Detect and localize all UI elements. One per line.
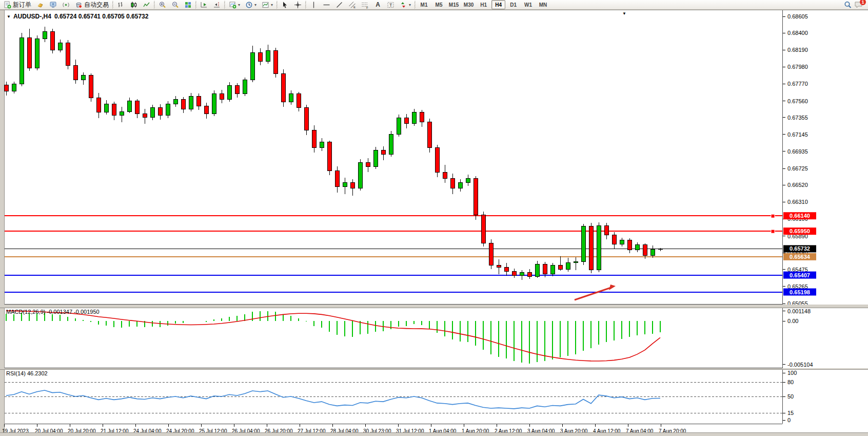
timeframe-button-m30[interactable]: M30: [462, 0, 476, 9]
main-toolbar: 新订单 自动交易 ▾ ▾ ▾ E F A T ▾ M1M5M15M30H1H4D…: [0, 0, 868, 10]
text-label-tool-button[interactable]: T: [384, 0, 397, 10]
new-order-button[interactable]: 新订单: [1, 0, 34, 10]
toolbar-separator: [277, 1, 278, 9]
auto-trading-button[interactable]: 自动交易: [72, 0, 111, 10]
svg-text:0.66520: 0.66520: [787, 182, 808, 188]
svg-text:0.68605: 0.68605: [787, 13, 808, 20]
notifications-button[interactable]: 1: [855, 1, 863, 8]
line-chart-icon: [143, 1, 150, 9]
timeframe-group: M1M5M15M30H1H4D1W1MN: [417, 0, 550, 9]
svg-text:100: 100: [787, 370, 797, 376]
toolbar-separator: [415, 1, 416, 9]
vertical-line-tool-button[interactable]: [307, 0, 320, 10]
signal-icon: [62, 1, 70, 9]
search-icon[interactable]: [844, 1, 852, 9]
timeframe-button-m15[interactable]: M15: [447, 0, 461, 9]
svg-text:0.66310: 0.66310: [787, 199, 808, 205]
timeframe-button-m1[interactable]: M1: [417, 0, 431, 9]
chart-menu-caret-icon: ▼: [7, 14, 11, 19]
auto-scroll-icon: [200, 1, 208, 9]
candlestick-chart-button[interactable]: [127, 0, 140, 10]
cursor-tool-button[interactable]: [279, 0, 291, 10]
toolbar-separator: [224, 1, 225, 9]
svg-text:0.67560: 0.67560: [787, 98, 808, 104]
monitor-icon: [49, 1, 57, 9]
dropdown-caret: ▾: [271, 3, 273, 7]
timeframe-button-d1[interactable]: D1: [506, 0, 520, 9]
dropdown-caret: ▾: [254, 3, 257, 7]
clock-icon: [245, 1, 253, 9]
market-watch-button[interactable]: [34, 0, 47, 10]
indicators-button[interactable]: ▾: [226, 0, 243, 10]
templates-button[interactable]: ▾: [259, 0, 275, 10]
signals-button[interactable]: [60, 0, 72, 10]
svg-text:0.65950: 0.65950: [790, 228, 810, 234]
svg-text:0.67355: 0.67355: [787, 115, 808, 121]
zoom-in-button[interactable]: [156, 0, 169, 10]
svg-text:0.65407: 0.65407: [790, 272, 810, 278]
timeframe-button-w1[interactable]: W1: [521, 0, 535, 9]
trendline-icon: [336, 1, 343, 9]
timeframe-button-h1[interactable]: H1: [477, 0, 490, 9]
equidistant-channel-icon: E: [348, 1, 356, 9]
svg-text:0.66935: 0.66935: [787, 148, 808, 155]
tile-windows-icon: [184, 1, 192, 9]
text-label-icon: T: [387, 1, 394, 9]
zoom-out-icon: [171, 1, 179, 9]
svg-text:0.66725: 0.66725: [787, 165, 808, 172]
indicators-add-icon: [229, 1, 236, 9]
svg-text:0.65634: 0.65634: [790, 254, 811, 260]
svg-text:50: 50: [787, 393, 794, 400]
dropdown-caret: ▾: [238, 3, 240, 7]
auto-scroll-button[interactable]: [198, 0, 210, 10]
text-tool-button[interactable]: A: [371, 0, 384, 10]
zoom-out-button[interactable]: [169, 0, 182, 10]
trendline-tool-button[interactable]: [333, 0, 346, 10]
new-order-label: 新订单: [13, 1, 31, 9]
crosshair-tool-button[interactable]: [291, 0, 304, 10]
svg-text:F: F: [366, 6, 368, 9]
fibonacci-icon: F: [361, 1, 369, 9]
svg-text:0.65198: 0.65198: [790, 289, 810, 295]
timeframe-button-m5[interactable]: M5: [432, 0, 446, 9]
zoom-in-icon: [159, 1, 166, 9]
fibonacci-tool-button[interactable]: F: [359, 0, 371, 10]
accounts-button[interactable]: [47, 0, 60, 10]
svg-text:0.67980: 0.67980: [787, 64, 808, 70]
horizontal-line-tool-button[interactable]: [320, 0, 333, 10]
horizontal-line-icon: [323, 1, 330, 9]
svg-text:0.001148: 0.001148: [787, 308, 811, 314]
bar-chart-button[interactable]: [114, 0, 127, 10]
chart-canvas[interactable]: 0.686050.684000.681900.679800.677700.675…: [0, 10, 868, 436]
svg-text:0.68400: 0.68400: [787, 30, 808, 36]
tile-windows-button[interactable]: [182, 0, 194, 10]
gold-icon: [36, 1, 44, 9]
svg-text:0.00: 0.00: [787, 318, 798, 324]
svg-text:E: E: [353, 6, 356, 9]
toolbar-separator: [154, 1, 155, 9]
svg-text:RSI(14) 46.2302: RSI(14) 46.2302: [6, 370, 48, 376]
cursor-icon: [281, 1, 289, 9]
svg-text:-0.005104: -0.005104: [787, 362, 813, 368]
svg-text:80: 80: [787, 379, 794, 385]
svg-text:0.66140: 0.66140: [790, 213, 810, 219]
arrows-tool-button[interactable]: ▾: [397, 0, 413, 10]
template-icon: [262, 1, 269, 9]
dropdown-caret: ▾: [409, 3, 411, 7]
candlestick-icon: [130, 1, 137, 9]
text-icon: A: [374, 1, 382, 9]
svg-text:MACD(12,26,9) -0.001347 -0.001: MACD(12,26,9) -0.001347 -0.001950: [6, 309, 100, 315]
periods-button[interactable]: ▾: [243, 0, 259, 10]
svg-text:0.67770: 0.67770: [787, 81, 808, 87]
toolbar-separator: [112, 1, 113, 9]
line-chart-button[interactable]: [140, 0, 153, 10]
svg-text:T: T: [389, 3, 392, 8]
auto-trading-icon: [75, 1, 83, 9]
timeframe-button-h4[interactable]: H4: [491, 0, 505, 9]
one-click-caret-icon[interactable]: ▼: [622, 11, 626, 16]
chart-ohlc-values: 0.65724 0.65741 0.65705 0.65732: [54, 13, 149, 20]
timeframe-button-mn[interactable]: MN: [536, 0, 550, 9]
chart-shift-button[interactable]: [210, 0, 223, 10]
chart-title[interactable]: ▼AUDUSD-,H40.65724 0.65741 0.65705 0.657…: [7, 13, 148, 20]
channel-tool-button[interactable]: E: [346, 0, 359, 10]
